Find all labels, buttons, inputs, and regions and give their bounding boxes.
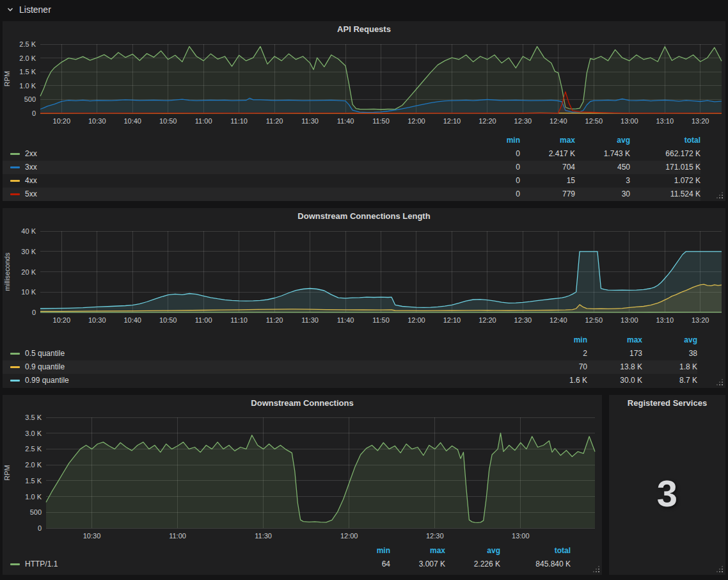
svg-text:11:40: 11:40 — [337, 316, 354, 324]
legend-series-toggle[interactable]: 5xx — [3, 188, 465, 201]
legend-value-avg: 450 — [575, 161, 630, 174]
legend-series-toggle[interactable]: 0.9 quantile — [3, 360, 532, 374]
series-color-swatch — [10, 380, 20, 382]
legend-value-min: 0 — [465, 161, 520, 174]
legend-col-max[interactable]: max — [587, 334, 642, 347]
singlestat-value: 3 — [609, 412, 725, 575]
downstream-connections-graph[interactable]: 10:3011:0011:3012:0012:3013:003.5 K3.0 K… — [3, 412, 602, 543]
legend-col-min[interactable]: min — [465, 134, 520, 147]
panel-title[interactable]: Downstream Connections Length — [3, 208, 725, 225]
legend-value-max: 779 — [520, 188, 575, 201]
panel-title[interactable]: Downstream Connections — [3, 395, 602, 412]
panel-resize-handle[interactable] — [593, 566, 599, 572]
legend-series-toggle[interactable]: 0.5 quantile — [3, 347, 532, 360]
svg-text:10:30: 10:30 — [88, 316, 106, 324]
legend-value-max: 3.007 K — [390, 558, 445, 571]
legend-series-toggle[interactable]: 4xx — [3, 174, 465, 188]
legend-col-total[interactable]: total — [500, 544, 571, 558]
svg-text:13:10: 13:10 — [656, 316, 674, 324]
legend-series-toggle[interactable]: 3xx — [3, 161, 465, 174]
legend-header-row: minmaxavg — [3, 334, 697, 347]
legend-value-max: 173 — [587, 347, 642, 360]
panel-resize-handle[interactable] — [716, 192, 723, 198]
svg-text:12:30: 12:30 — [514, 316, 532, 324]
legend-header-row: minmaxavgtotal — [3, 544, 571, 558]
svg-text:30 K: 30 K — [21, 248, 36, 255]
panel-resize-handle[interactable] — [716, 566, 723, 572]
svg-text:2.0 K: 2.0 K — [25, 461, 42, 469]
row-title: Listener — [19, 4, 51, 15]
svg-text:12:10: 12:10 — [443, 316, 461, 324]
legend-series-label: 0.9 quantile — [25, 360, 65, 374]
svg-text:milliseconds: milliseconds — [3, 252, 11, 291]
legend-value-total: 171.015 K — [630, 161, 700, 174]
series-color-swatch — [10, 153, 20, 155]
svg-text:1.0 K: 1.0 K — [25, 493, 42, 501]
svg-text:2.0 K: 2.0 K — [19, 54, 36, 62]
svg-text:20 K: 20 K — [21, 268, 36, 276]
legend-series-row: 4xx01531.072 K — [3, 174, 700, 188]
svg-text:12:10: 12:10 — [443, 117, 461, 125]
panel-api-requests: API Requests 10:2010:3010:4010:5011:0011… — [3, 21, 725, 201]
api-requests-graph[interactable]: 10:2010:3010:4010:5011:0011:1011:2011:30… — [3, 38, 725, 134]
svg-text:12:40: 12:40 — [550, 316, 567, 324]
legend-series-label: 5xx — [25, 188, 37, 201]
legend-value-min: 64 — [335, 558, 390, 571]
legend-value-avg: 3 — [575, 174, 630, 188]
series-color-swatch — [10, 180, 20, 182]
legend-col-max[interactable]: max — [390, 544, 445, 558]
legend-value-max: 704 — [520, 161, 575, 174]
legend-col-total[interactable]: total — [630, 134, 700, 147]
legend-value-min: 0 — [465, 188, 520, 201]
legend-series-row: 3xx0704450171.015 K — [3, 161, 700, 174]
svg-text:12:20: 12:20 — [479, 316, 496, 324]
svg-text:11:00: 11:00 — [195, 316, 212, 324]
svg-text:10:40: 10:40 — [123, 117, 141, 125]
svg-text:12:00: 12:00 — [408, 117, 425, 125]
legend-series-row: 0.9 quantile7013.8 K1.8 K — [3, 360, 697, 374]
svg-text:13:00: 13:00 — [621, 316, 638, 324]
legend-value-min: 1.6 K — [532, 374, 587, 387]
series-color-swatch — [10, 563, 20, 565]
legend-value-total: 11.524 K — [630, 188, 700, 201]
svg-text:RPM: RPM — [3, 71, 11, 86]
legend-value-avg: 1.8 K — [642, 360, 697, 374]
legend-col-min[interactable]: min — [335, 544, 390, 558]
legend-series-toggle[interactable]: 2xx — [3, 147, 465, 161]
panel-resize-handle[interactable] — [716, 379, 723, 385]
legend-series-toggle[interactable]: 0.99 quantile — [3, 374, 532, 387]
svg-text:12:00: 12:00 — [340, 532, 358, 540]
svg-text:40 K: 40 K — [21, 227, 36, 235]
legend-col-avg[interactable]: avg — [575, 134, 630, 147]
legend-col-avg[interactable]: avg — [445, 544, 500, 558]
svg-text:10:20: 10:20 — [53, 316, 71, 324]
svg-text:12:30: 12:30 — [426, 532, 444, 540]
svg-text:10:30: 10:30 — [83, 532, 101, 540]
legend-col-avg[interactable]: avg — [642, 334, 697, 347]
chevron-down-icon[interactable] — [6, 6, 14, 13]
row-header-listener[interactable]: Listener — [0, 0, 728, 19]
svg-text:12:30: 12:30 — [514, 117, 532, 125]
svg-text:11:00: 11:00 — [195, 117, 212, 125]
svg-text:10:20: 10:20 — [53, 117, 71, 125]
downstream-connections-length-graph[interactable]: 10:2010:3010:4010:5011:0011:1011:2011:30… — [3, 225, 725, 334]
svg-text:11:00: 11:00 — [169, 532, 186, 540]
legend-series-toggle[interactable]: HTTP/1.1 — [3, 558, 335, 571]
panel-title[interactable]: API Requests — [3, 21, 725, 38]
panel-title[interactable]: Registered Services — [609, 395, 725, 412]
panel-downstream-connections: Downstream Connections 10:3011:0011:3012… — [3, 395, 602, 575]
svg-text:10:40: 10:40 — [123, 316, 141, 324]
legend-value-max: 15 — [520, 174, 575, 188]
series-color-swatch — [10, 166, 20, 168]
legend-value-min: 0 — [465, 147, 520, 161]
legend-value-min: 2 — [532, 347, 587, 360]
svg-text:10:30: 10:30 — [88, 117, 106, 125]
svg-text:12:40: 12:40 — [550, 117, 567, 125]
legend-series-label: 4xx — [25, 174, 37, 188]
legend-col-max[interactable]: max — [520, 134, 575, 147]
legend-value-min: 0 — [465, 174, 520, 188]
svg-text:0: 0 — [32, 109, 36, 117]
svg-text:RPM: RPM — [3, 465, 11, 480]
legend-col-min[interactable]: min — [532, 334, 587, 347]
legend-value-avg: 1.743 K — [575, 147, 630, 161]
